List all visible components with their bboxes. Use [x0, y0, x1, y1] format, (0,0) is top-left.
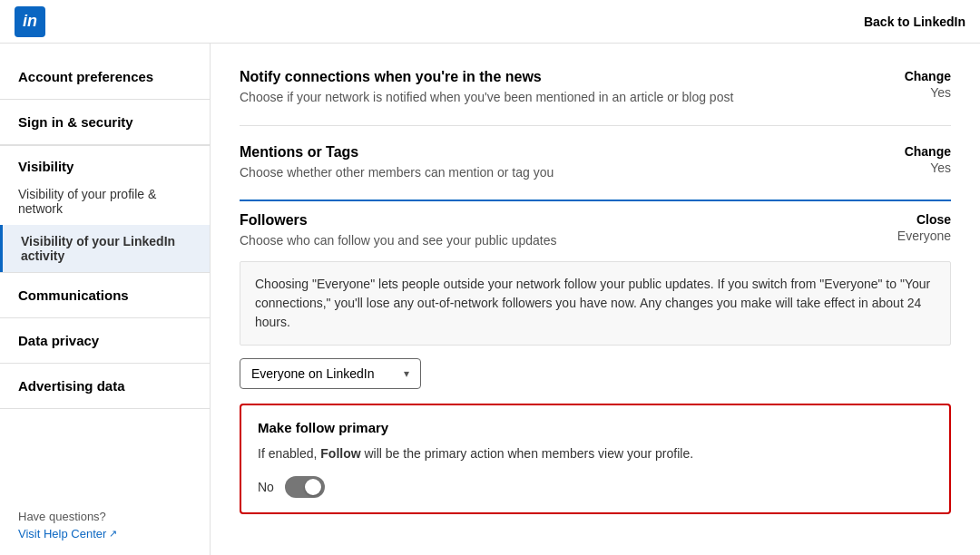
- content-padding: Notify connections when you're in the ne…: [240, 44, 951, 532]
- sidebar-section-visibility: Visibility: [0, 146, 210, 178]
- page-container: Account preferences Sign in & security V…: [0, 44, 980, 555]
- toggle-label: No: [258, 480, 274, 494]
- section-mentions-title: Mentions or Tags: [240, 144, 860, 161]
- sidebar-item-communications[interactable]: Communications: [0, 273, 210, 318]
- make-follow-desc-suffix: will be the primary action when members …: [361, 446, 693, 461]
- section-notify-right: Change Yes: [878, 69, 951, 100]
- make-follow-title: Make follow primary: [258, 420, 933, 435]
- toggle-knob: [305, 479, 321, 495]
- section-notify-value: Yes: [878, 85, 951, 100]
- sidebar-item-advertising-data[interactable]: Advertising data: [0, 364, 210, 409]
- back-to-linkedin-link[interactable]: Back to LinkedIn: [864, 15, 965, 29]
- sidebar-item-data-privacy[interactable]: Data privacy: [0, 318, 210, 364]
- followers-left: Followers Choose who can follow you and …: [240, 212, 878, 250]
- section-followers: Followers Choose who can follow you and …: [240, 201, 951, 532]
- page-header: in Back to LinkedIn: [0, 0, 980, 44]
- followers-dropdown-label: Everyone on LinkedIn: [251, 366, 374, 381]
- sidebar-item-visibility-profile-network[interactable]: Visibility of your profile & network: [0, 178, 210, 225]
- main-content: Notify connections when you're in the ne…: [211, 44, 980, 555]
- chevron-down-icon: ▾: [404, 367, 409, 380]
- section-mentions-left: Mentions or Tags Choose whether other me…: [240, 144, 878, 182]
- visit-help-center-link[interactable]: Visit Help Center ↗: [18, 527, 191, 540]
- make-follow-primary-box: Make follow primary If enabled, Follow w…: [240, 404, 951, 514]
- section-mentions-desc: Choose whether other members can mention…: [240, 164, 860, 182]
- sidebar: Account preferences Sign in & security V…: [0, 44, 211, 555]
- make-follow-toggle-row: No: [258, 476, 933, 498]
- section-notify-change[interactable]: Change: [878, 69, 951, 83]
- sidebar-item-visibility-linkedin-activity[interactable]: Visibility of your LinkedIn activity: [0, 225, 210, 272]
- followers-dropdown-wrapper: Everyone on LinkedIn ▾: [240, 358, 951, 389]
- section-notify-title: Notify connections when you're in the ne…: [240, 69, 860, 85]
- followers-header: Followers Choose who can follow you and …: [240, 212, 951, 250]
- followers-desc: Choose who can follow you and see your p…: [240, 232, 860, 250]
- make-follow-toggle[interactable]: [285, 476, 325, 498]
- external-link-icon: ↗: [109, 528, 117, 540]
- section-mentions-right: Change Yes: [878, 144, 951, 175]
- make-follow-desc: If enabled, Follow will be the primary a…: [258, 444, 933, 463]
- section-notify-desc: Choose if your network is notified when …: [240, 89, 860, 107]
- followers-info-box: Choosing "Everyone" lets people outside …: [240, 261, 951, 346]
- section-mentions-change[interactable]: Change: [878, 144, 951, 159]
- followers-dropdown[interactable]: Everyone on LinkedIn ▾: [240, 358, 421, 389]
- sidebar-item-account-preferences[interactable]: Account preferences: [0, 54, 210, 100]
- sidebar-footer: Have questions? Visit Help Center ↗: [0, 495, 210, 555]
- followers-value: Everyone: [878, 229, 951, 243]
- section-notify-connections: Notify connections when you're in the ne…: [240, 51, 951, 126]
- section-notify-left: Notify connections when you're in the ne…: [240, 69, 878, 107]
- make-follow-desc-prefix: If enabled,: [258, 446, 320, 461]
- sidebar-footer-question: Have questions?: [18, 510, 191, 523]
- sidebar-item-sign-in-security[interactable]: Sign in & security: [0, 100, 210, 145]
- section-mentions-value: Yes: [878, 161, 951, 175]
- section-mentions-tags: Mentions or Tags Choose whether other me…: [240, 126, 951, 202]
- followers-close[interactable]: Close: [878, 212, 951, 227]
- followers-title: Followers: [240, 212, 860, 229]
- help-center-label: Visit Help Center: [18, 527, 106, 540]
- followers-right: Close Everyone: [878, 212, 951, 243]
- make-follow-desc-bold: Follow: [320, 446, 360, 461]
- linkedin-logo[interactable]: in: [15, 6, 45, 37]
